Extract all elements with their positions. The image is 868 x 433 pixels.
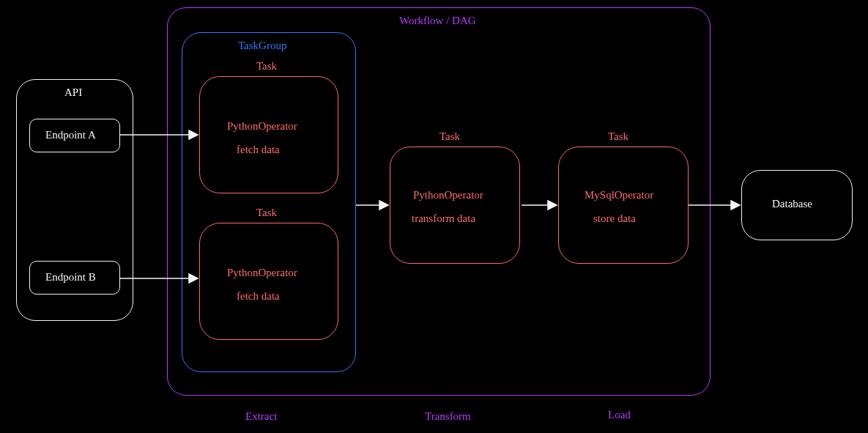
arrow-load-to-database [689,199,741,211]
transform-box [390,147,520,264]
load-label: Task [608,130,628,143]
load-operator: MySqlOperator [585,189,653,201]
phase-load: Load [608,409,631,421]
taskgroup-title: TaskGroup [238,40,286,52]
task1-box [199,76,338,193]
task2-action: fetch data [237,290,280,303]
arrow-endpointA-to-task1 [120,129,199,141]
arrow-transform-to-load [522,199,558,211]
load-action: store data [593,212,636,225]
phase-extract: Extract [245,410,277,423]
endpoint-a-label: Endpoint A [45,129,96,141]
workflow-title: Workflow / DAG [399,15,476,27]
task1-action: fetch data [237,144,280,156]
task1-label: Task [256,60,277,73]
api-title: API [64,86,82,99]
task2-operator: PythonOperator [227,267,297,279]
database-title: Database [772,198,812,210]
load-box [558,147,689,264]
arrow-taskgroup-to-transform [356,199,390,211]
task2-box [199,223,338,340]
transform-label: Task [439,130,460,143]
task2-label: Task [256,207,277,219]
endpoint-b-label: Endpoint B [45,271,96,284]
transform-operator: PythonOperator [413,189,483,201]
transform-action: transform data [412,212,475,225]
task1-operator: PythonOperator [227,120,297,133]
phase-transform: Transform [425,410,471,423]
arrow-endpointB-to-task2 [120,273,199,284]
